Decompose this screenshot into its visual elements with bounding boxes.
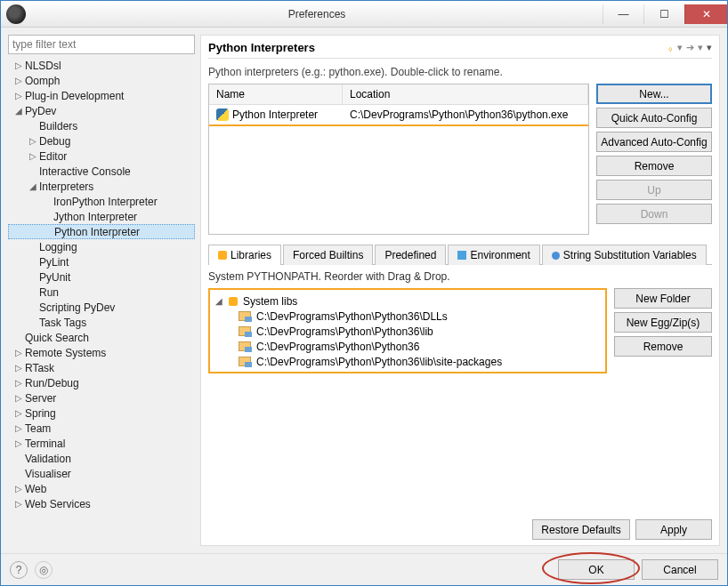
tree-item-spring[interactable]: ▷Spring <box>8 405 195 421</box>
system-libs-box[interactable]: ◢ System libs C:\DevPrograms\Python\Pyth… <box>208 288 607 373</box>
tab-environment[interactable]: Environment <box>448 245 539 265</box>
remove-lib-button[interactable]: Remove <box>614 336 712 357</box>
ok-button[interactable]: OK <box>558 559 635 580</box>
restore-defaults-button[interactable]: Restore Defaults <box>532 519 630 540</box>
tree-item-visualiser[interactable]: Visualiser <box>8 466 195 481</box>
view-menu-icon[interactable]: ▾ <box>707 42 712 53</box>
tree-item-team[interactable]: ▷Team <box>8 421 195 436</box>
tree-item-jython-interpreter[interactable]: Jython Interpreter <box>8 209 195 224</box>
tree-item-run-debug[interactable]: ▷Run/Debug <box>8 375 195 390</box>
lib-path-item[interactable]: C:\DevPrograms\Python\Python36 <box>214 339 602 354</box>
col-header-name[interactable]: Name <box>209 84 343 104</box>
tree-item-debug[interactable]: ▷Debug <box>8 133 195 149</box>
tree-item-rtask[interactable]: ▷RTask <box>8 360 195 375</box>
filter-input[interactable] <box>8 35 195 54</box>
libraries-icon <box>218 251 227 260</box>
tree-item-server[interactable]: ▷Server <box>8 390 195 405</box>
up-button[interactable]: Up <box>596 180 712 200</box>
remove-interpreter-button[interactable]: Remove <box>596 156 712 176</box>
apply-button[interactable]: Apply <box>635 519 712 540</box>
tree-item-remote-systems[interactable]: ▷Remote Systems <box>8 345 195 360</box>
python-icon <box>216 108 229 121</box>
interpreter-row[interactable]: Python Interpreter C:\DevPrograms\Python… <box>209 105 588 126</box>
preferences-window: Preferences — ☐ ✕ ▷NLSDsl▷Oomph▷Plug-in … <box>0 0 728 586</box>
folder-icon <box>239 326 251 336</box>
tree-item-web-services[interactable]: ▷Web Services <box>8 496 195 511</box>
lib-path-item[interactable]: C:\DevPrograms\Python\Python36\lib <box>214 324 602 339</box>
tree-item-validation[interactable]: Validation <box>8 451 195 466</box>
tree-item-editor[interactable]: ▷Editor <box>8 149 195 164</box>
down-button[interactable]: Down <box>596 204 712 224</box>
tab-string-substitution[interactable]: String Substitution Variables <box>542 245 707 265</box>
tree-item-task-tags[interactable]: Task Tags <box>8 315 195 330</box>
tree-item-pylint[interactable]: PyLint <box>8 254 195 269</box>
lib-path-item[interactable]: C:\DevPrograms\Python\Python36\DLLs <box>214 309 602 324</box>
quick-auto-config-button[interactable]: Quick Auto-Config <box>596 108 712 128</box>
tree-item-pydev[interactable]: ◢PyDev <box>8 103 195 118</box>
tree-item-builders[interactable]: Builders <box>8 118 195 133</box>
new-egg-zip-button[interactable]: New Egg/Zip(s) <box>614 312 712 333</box>
tree-item-quick-search[interactable]: Quick Search <box>8 330 195 345</box>
environment-icon <box>457 251 466 260</box>
system-libs-root[interactable]: ◢ System libs <box>214 293 602 309</box>
ssv-icon <box>552 252 560 260</box>
interpreter-name: Python Interpreter <box>232 108 318 121</box>
advanced-auto-config-button[interactable]: Advanced Auto-Config <box>596 132 712 152</box>
tree-item-pyunit[interactable]: PyUnit <box>8 269 195 285</box>
pythonpath-description: System PYTHONPATH. Reorder with Drag & D… <box>208 270 712 283</box>
tree-item-ironpython-interpreter[interactable]: IronPython Interpreter <box>8 194 195 209</box>
footer: ? ◎ OK Cancel <box>1 553 727 585</box>
forward-menu-icon[interactable]: ▾ <box>698 42 703 53</box>
new-button[interactable]: New... <box>596 84 712 104</box>
tree-item-scripting-pydev[interactable]: Scripting PyDev <box>8 300 195 315</box>
tree-item-interpreters[interactable]: ◢Interpreters <box>8 179 195 194</box>
col-header-location[interactable]: Location <box>343 84 588 104</box>
tree-item-interactive-console[interactable]: Interactive Console <box>8 164 195 179</box>
right-panel: Python Interpreters ⬨ ▾ ➔ ▾ ▾ Python int… <box>200 35 720 546</box>
tree-item-logging[interactable]: Logging <box>8 239 195 254</box>
titlebar: Preferences — ☐ ✕ <box>1 1 727 28</box>
import-export-icon[interactable]: ◎ <box>35 561 53 579</box>
back-menu-icon[interactable]: ▾ <box>677 42 683 53</box>
new-folder-button[interactable]: New Folder <box>614 288 712 309</box>
minimize-button[interactable]: — <box>603 4 643 24</box>
tab-forced-builtins[interactable]: Forced Builtins <box>283 245 373 265</box>
preferences-tree[interactable]: ▷NLSDsl▷Oomph▷Plug-in Development◢PyDevB… <box>8 58 195 546</box>
tree-item-terminal[interactable]: ▷Terminal <box>8 436 195 451</box>
close-button[interactable]: ✕ <box>684 4 727 24</box>
page-title: Python Interpreters <box>208 41 315 54</box>
interpreter-table[interactable]: Name Location Python Interpreter C:\DevP… <box>208 84 589 235</box>
tree-item-nlsdsl[interactable]: ▷NLSDsl <box>8 58 195 73</box>
app-icon <box>6 4 26 24</box>
cancel-button[interactable]: Cancel <box>642 559 718 580</box>
folder-icon <box>239 357 251 366</box>
tab-predefined[interactable]: Predefined <box>375 245 446 265</box>
tree-item-run[interactable]: Run <box>8 285 195 300</box>
lib-path-item[interactable]: C:\DevPrograms\Python\Python36\lib\site-… <box>214 354 602 369</box>
tree-item-web[interactable]: ▷Web <box>8 481 195 496</box>
folder-icon <box>239 341 251 351</box>
page-description: Python interpreters (e.g.: python.exe). … <box>208 66 712 78</box>
left-panel: ▷NLSDsl▷Oomph▷Plug-in Development◢PyDevB… <box>8 35 195 546</box>
back-icon[interactable]: ⬨ <box>667 43 674 53</box>
help-icon[interactable]: ? <box>10 561 28 579</box>
page-nav-icons: ⬨ ▾ ➔ ▾ ▾ <box>667 42 712 53</box>
maximize-button[interactable]: ☐ <box>643 4 684 24</box>
tab-libraries[interactable]: Libraries <box>208 245 281 265</box>
tree-item-plug-in-development[interactable]: ▷Plug-in Development <box>8 88 195 103</box>
interpreter-location: C:\DevPrograms\Python\Python36\python.ex… <box>343 105 588 124</box>
forward-icon[interactable]: ➔ <box>686 42 694 53</box>
libs-root-icon <box>229 297 238 306</box>
system-libs-label: System libs <box>243 295 297 308</box>
tree-item-oomph[interactable]: ▷Oomph <box>8 73 195 88</box>
tree-item-python-interpreter[interactable]: Python Interpreter <box>8 224 195 239</box>
folder-icon <box>239 311 251 321</box>
tabs: Libraries Forced Builtins Predefined Env… <box>208 244 712 265</box>
window-title: Preferences <box>31 8 603 20</box>
